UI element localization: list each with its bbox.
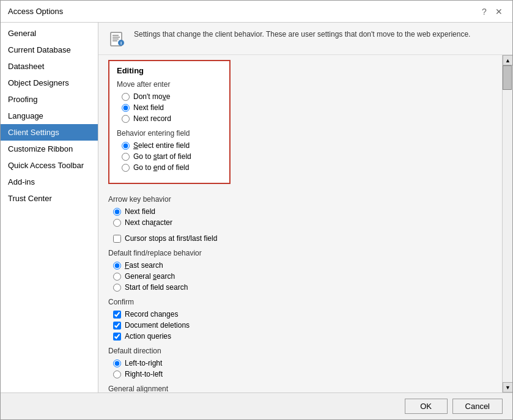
right-to-left-label[interactable]: Right-to-left xyxy=(125,370,163,378)
general-alignment-section: General alignment Interface mode xyxy=(108,385,492,392)
action-queries-checkbox[interactable] xyxy=(113,333,121,341)
content-with-scroll: Editing Move after enter Don't move Next… xyxy=(98,55,512,392)
fast-search-label[interactable]: Fast search xyxy=(125,261,163,270)
sidebar-item-proofing[interactable]: Proofing xyxy=(1,91,98,108)
info-icon: i xyxy=(108,29,128,48)
dont-move-label[interactable]: Don't move xyxy=(133,92,170,101)
scroll-thumb xyxy=(503,65,512,90)
left-to-right-radio[interactable] xyxy=(113,359,121,367)
confirm-section: Confirm Record changes Document deletion… xyxy=(108,298,492,342)
sidebar-item-quick-access-toolbar[interactable]: Quick Access Toolbar xyxy=(1,157,98,174)
sidebar-item-current-database[interactable]: Current Database xyxy=(1,42,98,58)
record-changes-label[interactable]: Record changes xyxy=(125,310,178,319)
move-after-enter-label: Move after enter xyxy=(117,80,222,89)
move-after-enter-group: Move after enter Don't move Next field xyxy=(117,80,222,124)
cursor-stop-option: Cursor stops at first/last field xyxy=(108,233,492,244)
editing-section-box: Editing Move after enter Don't move Next… xyxy=(108,60,231,184)
sidebar: General Current Database Datasheet Objec… xyxy=(1,23,98,392)
left-to-right-option: Left-to-right xyxy=(108,358,492,369)
fast-search-radio[interactable] xyxy=(113,262,121,270)
next-record-label[interactable]: Next record xyxy=(133,114,171,123)
svg-rect-4 xyxy=(113,40,117,42)
sidebar-item-customize-ribbon[interactable]: Customize Ribbon xyxy=(1,141,98,157)
sidebar-item-object-designers[interactable]: Object Designers xyxy=(1,75,98,91)
editing-section-title: Editing xyxy=(117,66,222,75)
dont-move-option: Don't move xyxy=(117,91,222,102)
scroll-track[interactable] xyxy=(503,65,512,382)
cursor-stop-checkbox[interactable] xyxy=(113,235,121,243)
next-field-move-radio[interactable] xyxy=(122,104,130,112)
select-entire-label[interactable]: Select entire field xyxy=(133,141,190,150)
dialog-footer: OK Cancel xyxy=(1,392,512,419)
sidebar-item-general[interactable]: General xyxy=(1,25,98,42)
arrow-next-field-radio[interactable] xyxy=(113,208,121,216)
general-search-option: General search xyxy=(108,271,492,282)
general-search-radio[interactable] xyxy=(113,273,121,281)
general-alignment-label: General alignment xyxy=(108,385,492,392)
default-direction-label: Default direction xyxy=(108,347,492,355)
next-field-move-option: Next field xyxy=(117,102,222,113)
arrow-next-char-radio[interactable] xyxy=(113,219,121,227)
go-end-radio[interactable] xyxy=(122,164,130,172)
ok-button[interactable]: OK xyxy=(405,399,448,414)
sidebar-item-trust-center[interactable]: Trust Center xyxy=(1,190,98,207)
svg-rect-1 xyxy=(113,35,119,36)
arrow-next-char-option: Next character xyxy=(108,217,492,228)
scroll-up-arrow[interactable]: ▲ xyxy=(503,55,512,65)
left-to-right-label[interactable]: Left-to-right xyxy=(125,359,162,367)
start-field-search-option: Start of field search xyxy=(108,282,492,293)
action-queries-option: Action queries xyxy=(108,331,492,342)
main-content: Editing Move after enter Don't move Next… xyxy=(98,55,502,392)
title-bar-right: ? ✕ xyxy=(478,6,505,18)
scroll-down-arrow[interactable]: ▼ xyxy=(503,382,512,392)
record-changes-option: Record changes xyxy=(108,309,492,320)
dont-move-radio[interactable] xyxy=(122,93,130,101)
next-record-radio[interactable] xyxy=(122,115,130,123)
next-field-move-label[interactable]: Next field xyxy=(133,103,164,112)
sidebar-item-datasheet[interactable]: Datasheet xyxy=(1,58,98,75)
help-button[interactable]: ? xyxy=(478,6,490,18)
arrow-next-char-label[interactable]: Next character xyxy=(125,218,172,227)
go-end-label[interactable]: Go to end of field xyxy=(133,163,189,172)
action-queries-label[interactable]: Action queries xyxy=(125,332,171,341)
scrollbar[interactable]: ▲ ▼ xyxy=(502,55,512,392)
find-replace-label: Default find/replace behavior xyxy=(108,249,492,257)
title-bar: Access Options ? ✕ xyxy=(1,1,512,23)
title-bar-left: Access Options xyxy=(8,7,63,16)
arrow-key-section: Arrow key behavior Next field Next chara… xyxy=(108,195,492,228)
confirm-label: Confirm xyxy=(108,298,492,306)
content-area: i Settings that change the client behavi… xyxy=(98,23,512,392)
sidebar-item-add-ins[interactable]: Add-ins xyxy=(1,174,98,190)
access-options-dialog: Access Options ? ✕ General Current Datab… xyxy=(0,0,513,420)
info-bar: i Settings that change the client behavi… xyxy=(98,23,512,55)
close-button[interactable]: ✕ xyxy=(493,6,505,18)
select-entire-option: Select entire field xyxy=(117,140,222,151)
start-field-search-label[interactable]: Start of field search xyxy=(125,283,188,292)
behavior-entering-field-group: Behavior entering field Select entire fi… xyxy=(117,129,222,173)
go-start-option: Go to start of field xyxy=(117,151,222,162)
right-to-left-option: Right-to-left xyxy=(108,369,492,380)
find-replace-section: Default find/replace behavior Fast searc… xyxy=(108,249,492,293)
start-field-search-radio[interactable] xyxy=(113,284,121,292)
sidebar-item-client-settings[interactable]: Client Settings xyxy=(1,124,98,141)
dialog-title: Access Options xyxy=(8,7,63,16)
go-end-option: Go to end of field xyxy=(117,162,222,173)
fast-search-option: Fast search xyxy=(108,260,492,271)
arrow-next-field-label[interactable]: Next field xyxy=(125,207,155,216)
go-start-radio[interactable] xyxy=(122,153,130,161)
cancel-button[interactable]: Cancel xyxy=(452,399,503,414)
general-search-label[interactable]: General search xyxy=(125,272,175,281)
record-changes-checkbox[interactable] xyxy=(113,311,121,319)
svg-rect-3 xyxy=(113,39,119,40)
info-description: Settings that change the client behavior… xyxy=(134,29,470,40)
arrow-key-label: Arrow key behavior xyxy=(108,195,492,204)
sidebar-item-language[interactable]: Language xyxy=(1,108,98,124)
select-entire-radio[interactable] xyxy=(122,142,130,150)
right-to-left-radio[interactable] xyxy=(113,370,121,378)
cursor-stop-section: Cursor stops at first/last field xyxy=(108,233,492,244)
svg-text:i: i xyxy=(120,40,122,46)
go-start-label[interactable]: Go to start of field xyxy=(133,152,191,161)
cursor-stop-label[interactable]: Cursor stops at first/last field xyxy=(125,234,217,243)
document-deletions-label[interactable]: Document deletions xyxy=(125,321,190,330)
document-deletions-checkbox[interactable] xyxy=(113,322,121,330)
